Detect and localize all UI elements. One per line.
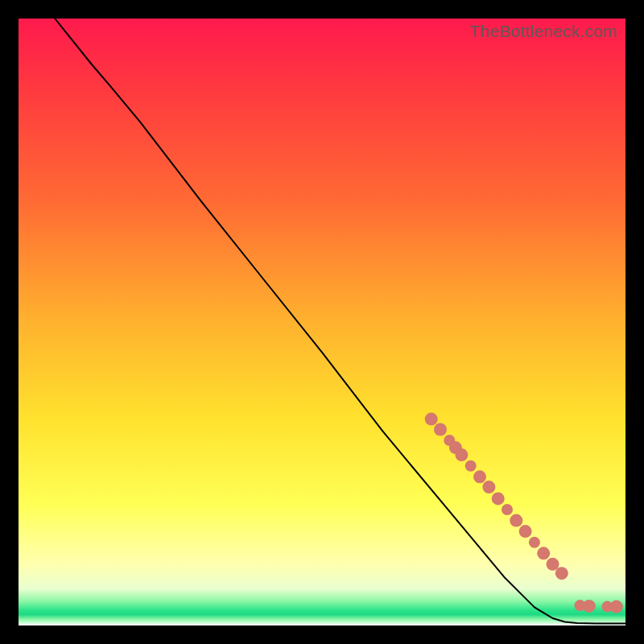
data-marker xyxy=(547,558,559,571)
chart-svg xyxy=(19,19,625,625)
data-marker xyxy=(482,481,495,493)
chart-frame: TheBottleneck.com xyxy=(0,0,644,644)
data-marker xyxy=(555,567,568,580)
marker-group xyxy=(425,413,623,613)
data-marker xyxy=(455,448,468,461)
data-marker xyxy=(492,492,505,505)
data-marker xyxy=(434,423,447,436)
data-marker xyxy=(537,547,550,559)
data-marker xyxy=(502,504,513,515)
data-marker xyxy=(529,537,540,548)
data-marker xyxy=(610,601,623,613)
data-marker xyxy=(465,460,477,472)
bottleneck-curve xyxy=(55,19,625,623)
data-marker xyxy=(510,514,522,527)
data-marker xyxy=(473,470,486,483)
data-marker xyxy=(583,600,596,613)
data-marker xyxy=(519,525,532,538)
data-marker xyxy=(425,413,438,426)
plot-area: TheBottleneck.com xyxy=(19,19,625,625)
